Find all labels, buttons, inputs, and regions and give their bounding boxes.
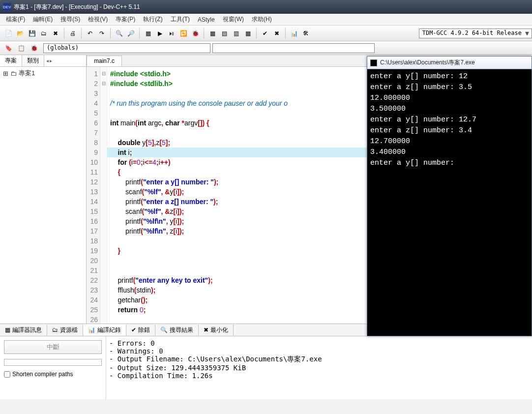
tree-root[interactable]: ⊞ 🗀 專案1 [3,69,83,78]
fold-column[interactable]: ⊟⊟ [100,67,107,324]
console-output[interactable]: enter a y[] number: 12 enter a z[] numbe… [367,69,532,171]
console-titlebar[interactable]: C:\Users\alex\Documents\專案7.exe [367,57,532,69]
line-number-gutter: 1234567891011121314151617181920212223242… [87,67,100,324]
tools-button[interactable]: 🛠 [300,28,311,39]
bottom-tab[interactable]: 📊編譯紀錄 [83,325,126,336]
menu-item[interactable]: 專案(P) [112,14,139,25]
tab-label: 資源檔 [60,326,78,334]
tab-label: 編譯紀錄 [97,326,121,334]
bottom-tab[interactable]: ✔除錯 [126,325,155,336]
shorten-paths-input[interactable] [4,371,10,378]
menu-item[interactable]: 執行(Z) [139,14,166,25]
grid4-button[interactable]: ▦ [242,28,253,39]
left-panel-tabs: 專案 類別 ◂ ▸ [0,55,86,67]
folder-icon: 🗀 [10,70,17,77]
save-all-button[interactable]: 🗂 [38,28,49,39]
tab-label: 除錯 [138,326,150,334]
tab-nav: ◂ ▸ [44,55,54,66]
tab-icon: ▦ [5,326,10,333]
editor-tab-main7[interactable]: main7.c [87,56,122,66]
menu-item[interactable]: 視窗(W) [219,14,248,25]
replace-button[interactable]: 🔎 [125,28,136,39]
compiler-dropdown[interactable]: TDM-GCC 4.9.2 64-bit Release [419,29,532,38]
toolbar-separator [204,28,204,39]
tree-root-label: 專案1 [19,69,35,78]
menu-item[interactable]: 檢視(V) [84,14,112,25]
function-dropdown[interactable] [212,43,375,53]
tab-icon: 🗂 [52,326,58,333]
tab-project[interactable]: 專案 [0,55,22,66]
menu-item[interactable]: 檔案(F) [2,14,29,25]
undo-button[interactable]: ↶ [85,28,95,39]
new-file-button[interactable]: 📄 [3,28,14,39]
close-button[interactable]: ✖ [50,28,61,39]
tab-label: 最小化 [210,326,228,334]
print-button[interactable]: 🖨 [67,28,78,39]
goto-button[interactable]: 📋 [16,43,27,54]
scope-dropdown[interactable]: (globals) [43,43,210,53]
project-tree[interactable]: ⊞ 🗀 專案1 [0,67,86,324]
menu-bar: 檔案(F)編輯(E)搜尋(S)檢視(V)專案(P)執行(Z)工具(T)AStyl… [0,14,532,26]
menu-item[interactable]: 編輯(E) [29,14,57,25]
save-button[interactable]: 💾 [27,28,37,39]
redo-button[interactable]: ↷ [96,28,107,39]
menu-item[interactable]: 搜尋(S) [57,14,84,25]
tab-icon: ✖ [204,326,208,333]
debug-button[interactable]: 🐞 [190,28,201,39]
bottom-tab[interactable]: ▦編譯器訊息 [0,325,47,336]
tab-next-icon[interactable]: ▸ [50,58,52,63]
console-title-text: C:\Users\alex\Documents\專案7.exe [380,59,475,67]
profile-button[interactable]: 📊 [289,28,299,39]
tab-icon: 📊 [88,326,95,333]
project-panel: 專案 類別 ◂ ▸ ⊞ 🗀 專案1 [0,55,87,324]
menu-item[interactable]: 工具(T) [167,14,194,25]
toolbar-separator [64,28,64,39]
tab-icon: ✔ [131,326,136,333]
app-icon: DEV [3,3,11,11]
find-button[interactable]: 🔍 [114,28,124,39]
toolbar-separator [81,28,82,39]
toolbar-separator [256,28,257,39]
shorten-paths-checkbox[interactable]: Shorten compiler paths [4,371,102,378]
window-titlebar: DEV 專案1 - [專案7.dev] - [Executing] - Dev-… [0,0,532,14]
main-toolbar: 📄 📂 💾 🗂 ✖ 🖨 ↶ ↷ 🔍 🔎 ▦ ▶ ⏯ 🔁 🐞 ▦ ▤ ▥ ▦ ✔ … [0,26,532,41]
bottom-left-controls: 中斷 Shorten compiler paths [0,336,106,399]
console-window[interactable]: C:\Users\alex\Documents\專案7.exe enter a … [367,56,532,336]
tab-icon: 🔍 [160,326,168,333]
run-button[interactable]: ▶ [154,28,165,39]
grid1-button[interactable]: ▦ [207,28,218,39]
debug-toggle-button[interactable]: 🐞 [29,43,39,54]
stop-button[interactable]: 中斷 [4,340,102,354]
tab-prev-icon[interactable]: ◂ [46,58,49,63]
grid2-button[interactable]: ▤ [219,28,230,39]
bottom-tab[interactable]: 🔍搜尋結果 [155,325,199,336]
bookmark-button[interactable]: 🔖 [3,43,14,54]
tab-classes[interactable]: 類別 [22,55,44,66]
compile-output[interactable]: - Errors: 0 - Warnings: 0 - Output Filen… [106,336,532,399]
bottom-tab[interactable]: ✖最小化 [199,325,234,336]
console-icon [370,59,377,66]
toolbar-separator [139,28,140,39]
compile-button[interactable]: ▦ [143,28,153,39]
bottom-panel: 中斷 Shorten compiler paths - Errors: 0 - … [0,336,532,399]
shorten-paths-label: Shorten compiler paths [12,371,73,378]
toolbar-separator [285,28,286,39]
progress-bar [4,359,102,366]
open-file-button[interactable]: 📂 [15,28,26,39]
tab-label: 編譯器訊息 [12,326,42,334]
tree-expand-icon[interactable]: ⊞ [3,70,8,77]
rebuild-button[interactable]: 🔁 [178,28,189,39]
compile-run-button[interactable]: ⏯ [166,28,177,39]
grid3-button[interactable]: ▥ [231,28,241,39]
bottom-tab[interactable]: 🗂資源檔 [47,325,83,336]
cancel-x-button[interactable]: ✖ [271,28,282,39]
menu-item[interactable]: 求助(H) [248,14,276,25]
toolbar-separator [110,28,111,39]
check-button[interactable]: ✔ [260,28,270,39]
secondary-toolbar: 🔖 📋 🐞 (globals) [0,41,532,55]
window-title: 專案1 - [專案7.dev] - [Executing] - Dev-C++ … [14,3,140,11]
menu-item[interactable]: AStyle [194,15,219,24]
tab-label: 搜尋結果 [170,326,193,334]
